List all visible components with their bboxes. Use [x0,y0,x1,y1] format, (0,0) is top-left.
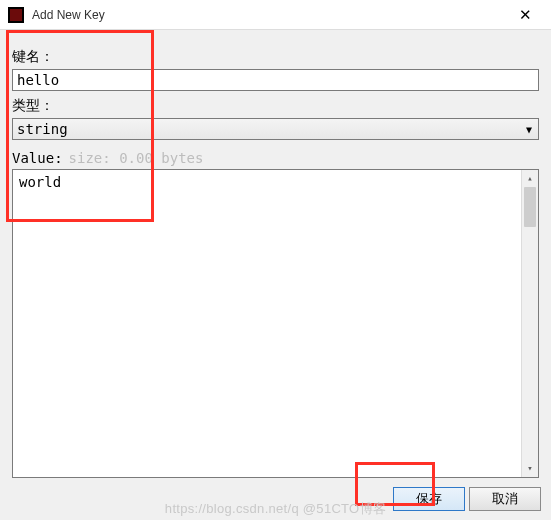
save-button[interactable]: 保存 [393,487,465,511]
scroll-down-icon[interactable]: ▾ [522,460,538,477]
key-name-input[interactable] [12,69,539,91]
value-size-hint: size: 0.00 bytes [69,150,204,166]
dialog-body: 键名： 类型： string ▼ Value: size: 0.00 bytes… [0,30,551,478]
key-name-label: 键名： [12,48,539,66]
app-icon [8,7,24,23]
scroll-thumb[interactable] [524,187,536,227]
close-icon[interactable]: ✕ [505,6,545,24]
value-textarea-wrap: ▴ ▾ [12,169,539,478]
scroll-up-icon[interactable]: ▴ [522,170,538,187]
type-selected-value: string [17,121,68,137]
scroll-track[interactable] [522,187,538,460]
titlebar: Add New Key ✕ [0,0,551,30]
window-title: Add New Key [32,8,505,22]
value-label-row: Value: size: 0.00 bytes [12,150,539,166]
chevron-down-icon: ▼ [526,124,532,135]
vertical-scrollbar[interactable]: ▴ ▾ [521,170,538,477]
value-textarea[interactable] [13,170,521,477]
value-label: Value: [12,150,63,166]
dialog-footer: 保存 取消 [0,478,551,520]
type-select[interactable]: string ▼ [12,118,539,140]
cancel-button[interactable]: 取消 [469,487,541,511]
type-label: 类型： [12,97,539,115]
dialog-window: Add New Key ✕ 键名： 类型： string ▼ Value: si… [0,0,551,520]
